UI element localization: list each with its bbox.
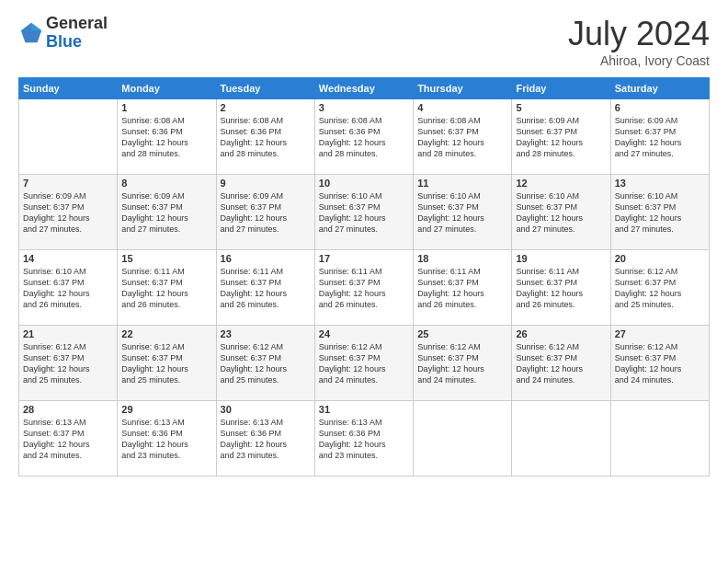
daylight2: and 27 minutes. (615, 149, 674, 158)
day-number: 29 (121, 404, 211, 415)
sunrise: Sunrise: 6:10 AM (319, 191, 382, 201)
day-info: Sunrise: 6:12 AM Sunset: 6:37 PM Dayligh… (221, 341, 311, 386)
daylight2: and 26 minutes. (516, 300, 574, 309)
daylight: Daylight: 12 hours (417, 364, 484, 373)
sunrise: Sunrise: 6:11 AM (121, 267, 185, 276)
col-sunday: Sunday (19, 78, 118, 99)
day-number: 10 (319, 178, 409, 189)
calendar-cell (414, 401, 512, 477)
sunset: Sunset: 6:37 PM (319, 353, 381, 362)
day-number: 16 (221, 253, 311, 264)
day-number: 24 (319, 328, 409, 339)
day-number: 22 (121, 328, 211, 339)
day-info: Sunrise: 6:11 AM Sunset: 6:37 PM Dayligh… (221, 266, 311, 311)
day-number: 8 (121, 178, 211, 189)
logo-text: General Blue (46, 15, 108, 52)
daylight: Daylight: 12 hours (121, 138, 188, 147)
day-info: Sunrise: 6:13 AM Sunset: 6:36 PM Dayligh… (221, 417, 311, 462)
day-number: 15 (121, 253, 211, 264)
day-info: Sunrise: 6:10 AM Sunset: 6:37 PM Dayligh… (319, 190, 409, 236)
daylight: Daylight: 12 hours (516, 213, 583, 223)
sunset: Sunset: 6:37 PM (516, 278, 577, 287)
day-info: Sunrise: 6:12 AM Sunset: 6:37 PM Dayligh… (319, 341, 409, 386)
daylight: Daylight: 12 hours (516, 138, 583, 147)
sunset: Sunset: 6:37 PM (615, 127, 677, 136)
daylight: Daylight: 12 hours (221, 138, 288, 147)
day-info: Sunrise: 6:09 AM Sunset: 6:37 PM Dayligh… (23, 190, 113, 236)
day-info: Sunrise: 6:11 AM Sunset: 6:37 PM Dayligh… (516, 266, 606, 311)
daylight: Daylight: 12 hours (23, 213, 90, 223)
calendar-cell: 3 Sunrise: 6:08 AM Sunset: 6:36 PM Dayli… (314, 99, 413, 175)
sunrise: Sunrise: 6:09 AM (516, 116, 579, 125)
sunset: Sunset: 6:37 PM (121, 278, 183, 287)
sunrise: Sunrise: 6:08 AM (319, 116, 382, 125)
day-info: Sunrise: 6:10 AM Sunset: 6:37 PM Dayligh… (516, 190, 606, 236)
title-section: July 2024 Ahiroa, Ivory Coast (568, 15, 710, 68)
calendar-cell: 12 Sunrise: 6:10 AM Sunset: 6:37 PM Dayl… (512, 175, 610, 250)
day-number: 6 (615, 102, 705, 113)
calendar-cell: 14 Sunrise: 6:10 AM Sunset: 6:37 PM Dayl… (19, 250, 118, 326)
day-number: 20 (615, 253, 705, 264)
sunrise: Sunrise: 6:13 AM (23, 418, 86, 427)
day-number: 23 (221, 328, 311, 339)
day-info: Sunrise: 6:10 AM Sunset: 6:37 PM Dayligh… (417, 190, 507, 236)
day-number: 28 (23, 404, 113, 415)
sunrise: Sunrise: 6:13 AM (319, 418, 382, 427)
sunrise: Sunrise: 6:10 AM (516, 191, 579, 201)
daylight2: and 27 minutes. (417, 224, 476, 234)
sunset: Sunset: 6:37 PM (417, 353, 479, 362)
daylight2: and 25 minutes. (23, 375, 82, 385)
sunrise: Sunrise: 6:12 AM (516, 342, 579, 351)
daylight2: and 24 minutes. (516, 375, 574, 385)
calendar-cell: 15 Sunrise: 6:11 AM Sunset: 6:37 PM Dayl… (118, 250, 216, 326)
logo-blue: Blue (46, 33, 108, 52)
day-number: 4 (417, 102, 507, 113)
daylight2: and 27 minutes. (615, 224, 674, 234)
sunrise: Sunrise: 6:12 AM (615, 342, 678, 351)
day-number: 5 (516, 102, 606, 113)
sunrise: Sunrise: 6:11 AM (319, 267, 382, 276)
daylight: Daylight: 12 hours (319, 138, 386, 147)
daylight: Daylight: 12 hours (121, 289, 188, 298)
calendar-cell: 18 Sunrise: 6:11 AM Sunset: 6:37 PM Dayl… (414, 250, 512, 326)
day-number: 2 (221, 102, 311, 113)
sunrise: Sunrise: 6:10 AM (615, 191, 678, 201)
sunrise: Sunrise: 6:08 AM (417, 116, 481, 125)
sunrise: Sunrise: 6:11 AM (417, 267, 481, 276)
daylight2: and 27 minutes. (121, 224, 180, 234)
daylight: Daylight: 12 hours (23, 289, 90, 298)
sunset: Sunset: 6:37 PM (221, 202, 282, 212)
daylight2: and 25 minutes. (615, 300, 674, 309)
sunset: Sunset: 6:37 PM (221, 278, 282, 287)
day-info: Sunrise: 6:12 AM Sunset: 6:37 PM Dayligh… (516, 341, 606, 386)
day-number: 11 (417, 178, 507, 189)
sunrise: Sunrise: 6:12 AM (121, 342, 185, 351)
svg-marker-1 (31, 23, 41, 30)
sunrise: Sunrise: 6:12 AM (23, 342, 86, 351)
day-number: 27 (615, 328, 705, 339)
sunrise: Sunrise: 6:09 AM (23, 191, 86, 201)
day-info: Sunrise: 6:12 AM Sunset: 6:37 PM Dayligh… (417, 341, 507, 386)
calendar-cell: 10 Sunrise: 6:10 AM Sunset: 6:37 PM Dayl… (314, 175, 413, 250)
day-number: 14 (23, 253, 113, 264)
calendar-cell: 8 Sunrise: 6:09 AM Sunset: 6:37 PM Dayli… (118, 175, 216, 250)
sunset: Sunset: 6:36 PM (319, 429, 381, 438)
sunrise: Sunrise: 6:08 AM (121, 116, 185, 125)
sunset: Sunset: 6:37 PM (319, 202, 381, 212)
day-info: Sunrise: 6:12 AM Sunset: 6:37 PM Dayligh… (615, 266, 705, 311)
month-title: July 2024 (568, 15, 710, 53)
sunset: Sunset: 6:37 PM (23, 202, 85, 212)
calendar-header-row: Sunday Monday Tuesday Wednesday Thursday… (19, 78, 710, 99)
calendar-cell: 23 Sunrise: 6:12 AM Sunset: 6:37 PM Dayl… (216, 326, 314, 401)
sunset: Sunset: 6:37 PM (23, 429, 85, 438)
calendar-week-row: 7 Sunrise: 6:09 AM Sunset: 6:37 PM Dayli… (19, 175, 710, 250)
day-number: 30 (221, 404, 311, 415)
daylight: Daylight: 12 hours (615, 213, 682, 223)
daylight: Daylight: 12 hours (121, 364, 188, 373)
calendar-week-row: 14 Sunrise: 6:10 AM Sunset: 6:37 PM Dayl… (19, 250, 710, 326)
daylight2: and 28 minutes. (121, 149, 180, 158)
daylight: Daylight: 12 hours (615, 364, 682, 373)
sunrise: Sunrise: 6:12 AM (319, 342, 382, 351)
logo-icon (18, 20, 44, 46)
sunrise: Sunrise: 6:13 AM (121, 418, 185, 427)
